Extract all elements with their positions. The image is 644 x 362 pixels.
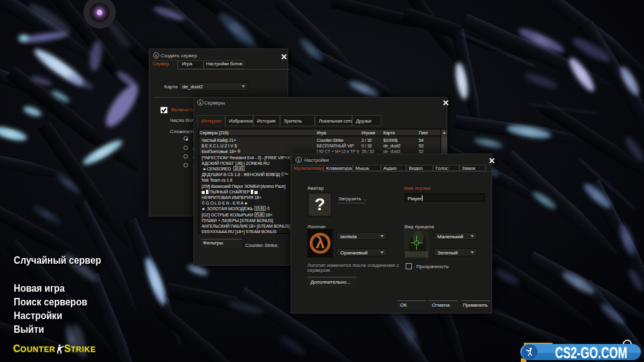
svg-text:λ: λ (315, 233, 325, 252)
svg-text:CS2-GO.COM: CS2-GO.COM (555, 344, 627, 361)
